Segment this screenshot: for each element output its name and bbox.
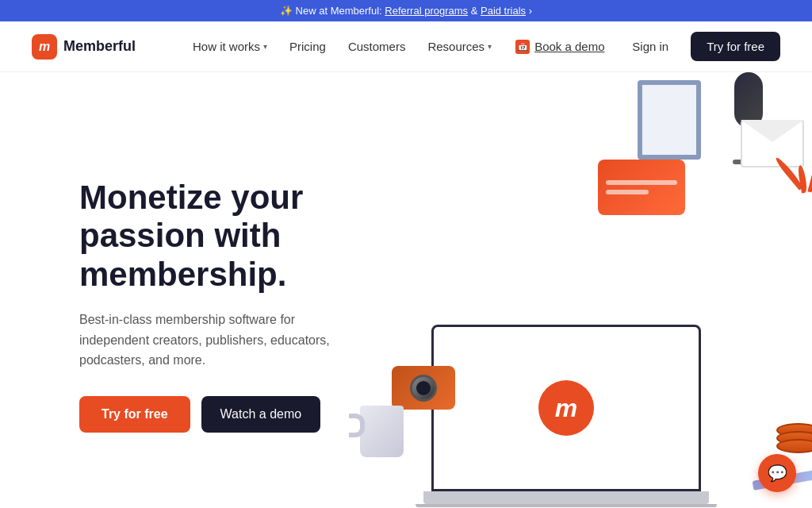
hero-section: Monetize your passion with membership. B…: [0, 72, 812, 507]
logo-name: Memberful: [63, 38, 136, 55]
nav-resources[interactable]: Resources ▾: [418, 33, 501, 60]
coins-object: [776, 423, 812, 453]
try-free-hero-button[interactable]: Try for free: [79, 396, 190, 433]
header-right: Sign in Try for free: [622, 32, 780, 61]
hero-illustration: m: [368, 72, 812, 507]
leaves-object: [784, 152, 812, 198]
header: m Memberful How it works ▾ Pricing Custo…: [0, 21, 812, 72]
nav-pricing[interactable]: Pricing: [280, 33, 335, 60]
announcement-link-trials[interactable]: Paid trials: [481, 5, 526, 17]
hero-buttons: Try for free Watch a demo: [79, 396, 412, 433]
chevron-down-icon-resources: ▾: [488, 42, 492, 51]
announcement-link-referral[interactable]: Referral programs: [385, 5, 468, 17]
hero-subtitle: Best-in-class membership software for in…: [79, 310, 365, 371]
try-free-header-button[interactable]: Try for free: [691, 32, 780, 61]
nav-how-it-works[interactable]: How it works ▾: [183, 33, 277, 60]
orange-card-object: [598, 160, 685, 215]
announcement-arrow: ›: [529, 5, 532, 17]
laptop-logo: m: [538, 380, 594, 436]
sign-in-link[interactable]: Sign in: [622, 33, 678, 60]
main-nav: How it works ▾ Pricing Customers Resourc…: [183, 33, 622, 60]
nav-customers[interactable]: Customers: [339, 33, 416, 60]
chevron-down-icon: ▾: [263, 42, 267, 51]
watch-demo-button[interactable]: Watch a demo: [201, 396, 321, 433]
calendar-icon: 📅: [515, 40, 530, 54]
announcement-text: ✨ New at Memberful:: [280, 5, 382, 17]
nav-book-demo[interactable]: 📅 Book a demo: [504, 33, 615, 60]
announcement-bar: ✨ New at Memberful: Referral programs & …: [0, 0, 812, 21]
logo[interactable]: m Memberful: [32, 34, 136, 60]
laptop-object: m: [431, 325, 701, 507]
hero-content: Monetize your passion with membership. B…: [79, 179, 412, 433]
chat-icon: 💬: [768, 464, 787, 483]
hero-title: Monetize your passion with membership.: [79, 179, 412, 294]
picture-frame: [638, 80, 701, 160]
logo-icon: m: [32, 34, 57, 60]
chat-button[interactable]: 💬: [758, 454, 796, 492]
